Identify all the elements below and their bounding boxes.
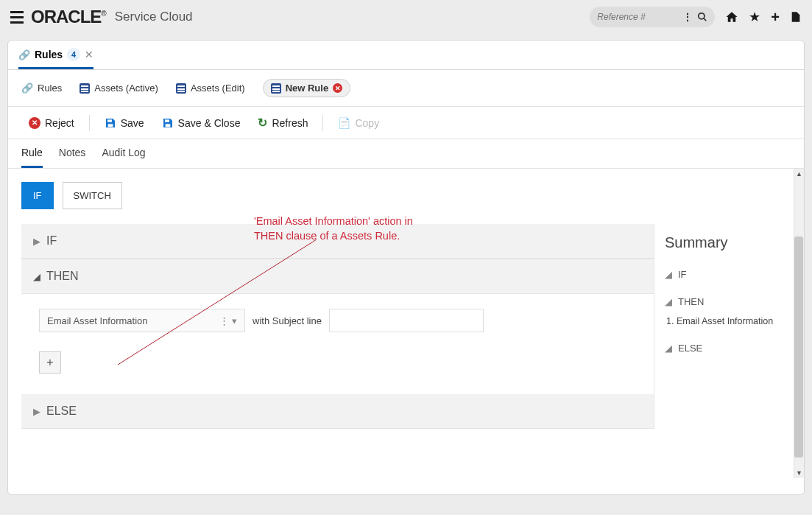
switch-button[interactable]: SWITCH bbox=[63, 182, 122, 209]
chevron-right-icon: ▶ bbox=[33, 406, 40, 417]
copy-button: 📄 Copy bbox=[331, 114, 386, 132]
grid-icon bbox=[271, 83, 281, 94]
breadcrumb-new-rule[interactable]: New Rule ✕ bbox=[263, 79, 351, 97]
add-action-button[interactable]: + bbox=[39, 351, 61, 374]
home-icon[interactable] bbox=[725, 10, 738, 24]
drag-icon: ⋮ bbox=[219, 315, 229, 326]
editor-tabs: Rule Notes Audit Log bbox=[8, 139, 804, 169]
summary-if[interactable]: ◢ IF bbox=[665, 269, 780, 280]
breadcrumb-rules[interactable]: 🔗 Rules bbox=[21, 83, 62, 94]
breadcrumb-tabs: 🔗 Rules Assets (Active) Assets (Edit) Ne… bbox=[8, 70, 804, 107]
if-section-header[interactable]: ▶ IF bbox=[21, 224, 654, 259]
search-input[interactable] bbox=[597, 12, 678, 22]
save-button[interactable]: Save bbox=[97, 114, 152, 132]
action-dropdown[interactable]: Email Asset Information ⋮ ▾ bbox=[39, 309, 245, 332]
save-label: Save bbox=[121, 117, 144, 129]
tab-count-badge: 4 bbox=[67, 48, 80, 61]
then-section-header[interactable]: ◢ THEN bbox=[21, 259, 654, 294]
breadcrumb-assets-edit[interactable]: Assets (Edit) bbox=[176, 83, 245, 94]
search-icon[interactable] bbox=[697, 12, 707, 22]
then-body: Email Asset Information ⋮ ▾ with Subject… bbox=[21, 294, 654, 388]
link-icon: 🔗 bbox=[21, 83, 33, 94]
svg-rect-2 bbox=[107, 119, 112, 122]
scroll-up-icon[interactable]: ▲ bbox=[794, 169, 804, 179]
breadcrumb-label: Assets (Active) bbox=[94, 83, 158, 94]
copy-label: Copy bbox=[355, 117, 379, 129]
refresh-icon: ↻ bbox=[258, 116, 267, 130]
oracle-logo: ORACLE® bbox=[31, 7, 106, 27]
dropdown-handle[interactable]: ⋮ ▾ bbox=[219, 315, 237, 326]
main-tab-rules[interactable]: 🔗 Rules 4 ✕ bbox=[18, 48, 93, 69]
breadcrumb-label: New Rule bbox=[286, 83, 329, 94]
else-section-header[interactable]: ▶ ELSE bbox=[21, 394, 654, 429]
search-more-icon[interactable]: ⋮ bbox=[682, 11, 693, 23]
header-left: ORACLE® Service Cloud bbox=[10, 7, 193, 27]
plus-icon[interactable]: + bbox=[771, 9, 780, 26]
refresh-button[interactable]: ↻ Refresh bbox=[250, 113, 315, 133]
rule-clauses: ▶ IF ◢ THEN Email Asset Information ⋮ ▾ bbox=[21, 224, 654, 429]
if-label: IF bbox=[46, 234, 57, 248]
product-name: Service Cloud bbox=[115, 10, 193, 24]
summary-then-label: THEN bbox=[678, 296, 704, 307]
reject-icon: ✕ bbox=[29, 117, 40, 129]
summary-if-label: IF bbox=[678, 269, 687, 280]
header-right: ⋮ ★ + bbox=[590, 7, 802, 27]
tab-audit-log[interactable]: Audit Log bbox=[102, 147, 145, 168]
summary-else-label: ELSE bbox=[678, 343, 702, 354]
search-box[interactable]: ⋮ bbox=[590, 7, 715, 27]
save-close-icon bbox=[162, 117, 174, 129]
vertical-scrollbar[interactable]: ▲ ▼ bbox=[794, 169, 804, 478]
rule-editor: IF SWITCH ▶ IF ◢ THEN Email Asset Inform… bbox=[8, 169, 804, 478]
reject-button[interactable]: ✕ Reject bbox=[21, 114, 82, 132]
svg-line-1 bbox=[704, 18, 707, 21]
chevron-down-icon: ▾ bbox=[232, 315, 237, 326]
grid-icon bbox=[80, 83, 90, 94]
triangle-icon: ◢ bbox=[665, 269, 672, 280]
separator bbox=[89, 115, 90, 131]
action-toolbar: ✕ Reject Save Save & Close ↻ Refresh 📄 C… bbox=[8, 107, 804, 139]
triangle-icon: ◢ bbox=[665, 343, 672, 354]
star-icon[interactable]: ★ bbox=[749, 9, 760, 25]
save-close-button[interactable]: Save & Close bbox=[155, 114, 248, 132]
action-row: Email Asset Information ⋮ ▾ with Subject… bbox=[39, 309, 636, 332]
separator bbox=[322, 115, 323, 131]
triangle-icon: ◢ bbox=[665, 296, 672, 307]
svg-rect-4 bbox=[165, 119, 169, 122]
editor-split: ▶ IF ◢ THEN Email Asset Information ⋮ ▾ bbox=[21, 224, 791, 429]
tag-icon[interactable] bbox=[790, 10, 802, 24]
subject-input[interactable] bbox=[329, 309, 484, 332]
scroll-down-icon[interactable]: ▼ bbox=[794, 468, 804, 478]
if-button[interactable]: IF bbox=[21, 182, 54, 209]
breadcrumb-label: Rules bbox=[38, 83, 62, 94]
svg-rect-3 bbox=[107, 124, 113, 127]
chevron-down-icon: ◢ bbox=[33, 271, 40, 282]
chevron-right-icon: ▶ bbox=[33, 236, 40, 247]
breadcrumb-label: Assets (Edit) bbox=[191, 83, 245, 94]
svg-rect-5 bbox=[165, 124, 170, 127]
main-tab-title: Rules bbox=[35, 49, 63, 60]
else-label: ELSE bbox=[46, 404, 77, 418]
summary-then[interactable]: ◢ THEN bbox=[665, 296, 780, 307]
save-icon bbox=[105, 117, 116, 129]
grid-icon bbox=[176, 83, 186, 94]
close-icon[interactable]: ✕ bbox=[85, 49, 93, 60]
subject-label: with Subject line bbox=[253, 315, 322, 326]
breadcrumb-assets-active[interactable]: Assets (Active) bbox=[80, 83, 158, 94]
close-tab-icon[interactable]: ✕ bbox=[333, 83, 342, 93]
tab-notes[interactable]: Notes bbox=[59, 147, 86, 168]
summary-action-item[interactable]: 1. Email Asset Information bbox=[666, 316, 780, 326]
scroll-thumb[interactable] bbox=[794, 237, 803, 458]
copy-icon: 📄 bbox=[338, 117, 350, 129]
action-name: Email Asset Information bbox=[47, 315, 148, 326]
app-header: ORACLE® Service Cloud ⋮ ★ + bbox=[0, 0, 812, 34]
summary-panel: Summary ◢ IF ◢ THEN 1. Email Asset Infor… bbox=[654, 224, 791, 429]
refresh-label: Refresh bbox=[272, 117, 308, 129]
reject-label: Reject bbox=[45, 117, 74, 129]
rule-type-selector: IF SWITCH bbox=[21, 182, 804, 209]
menu-icon[interactable] bbox=[10, 11, 24, 24]
summary-title: Summary bbox=[665, 234, 780, 251]
tab-rule[interactable]: Rule bbox=[21, 147, 43, 168]
link-icon: 🔗 bbox=[18, 49, 30, 60]
summary-else[interactable]: ◢ ELSE bbox=[665, 343, 780, 354]
main-content: 🔗 Rules 4 ✕ 🔗 Rules Assets (Active) Asse… bbox=[7, 40, 805, 495]
